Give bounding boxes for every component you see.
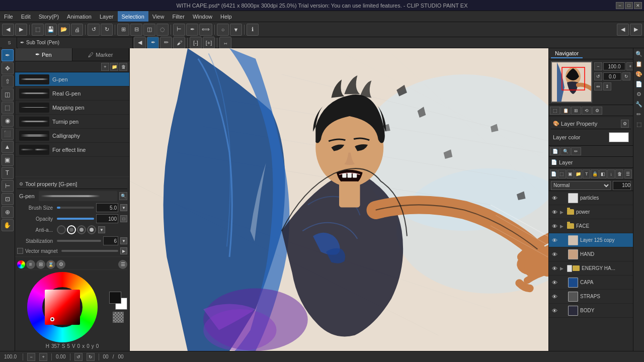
rotate-left-status[interactable]: ↺ xyxy=(74,353,83,361)
maximize-button[interactable]: □ xyxy=(625,2,633,9)
flip-v-btn[interactable]: ⇕ xyxy=(603,82,611,90)
brush-g-pen[interactable]: G-pen xyxy=(15,72,129,86)
layer-energy[interactable]: 👁 ▶ ENERGY HA... xyxy=(549,261,633,276)
layer-power[interactable]: 👁 ▶ power xyxy=(549,205,633,219)
brush-mapping-pen[interactable]: Mapping pen xyxy=(15,101,129,115)
selection-tool-btn[interactable]: ◫ xyxy=(143,24,155,36)
pen-mode-btn[interactable]: ✏ xyxy=(160,37,172,49)
right-btn-4[interactable]: 📄 xyxy=(634,79,643,88)
tool-auto-select[interactable]: ⬚ xyxy=(2,102,14,114)
visibility-power[interactable]: 👁 xyxy=(551,209,558,216)
color-wheel[interactable] xyxy=(27,272,98,342)
panel-nav-5[interactable]: ⚙ xyxy=(592,107,602,115)
close-button[interactable]: ✕ xyxy=(634,2,642,9)
layer-particles[interactable]: 👁 particles xyxy=(549,191,633,205)
lock-body[interactable] xyxy=(560,308,566,314)
dropdown-btn[interactable]: ▼ xyxy=(230,24,242,36)
delete-brush-button[interactable]: 🗑 xyxy=(119,63,127,71)
nav-preview[interactable] xyxy=(551,61,592,103)
lock-hand[interactable] xyxy=(560,251,566,257)
menu-story[interactable]: Story(P) xyxy=(35,11,63,22)
layer-125-copy[interactable]: 👁 Layer 125 copy xyxy=(549,233,633,247)
menu-view[interactable]: View xyxy=(148,11,169,22)
save-button[interactable]: 💾 xyxy=(45,24,57,36)
lock-transparent[interactable]: ◧ xyxy=(599,169,607,178)
visibility-body[interactable]: 👁 xyxy=(551,307,558,314)
expand-energy[interactable]: ▶ xyxy=(560,266,565,271)
panel-nav-3[interactable]: ⊞ xyxy=(571,107,581,115)
fg-color-swatch[interactable] xyxy=(109,292,121,304)
tool-eyedrop[interactable]: ◉ xyxy=(2,115,14,127)
lock-straps[interactable] xyxy=(560,294,566,300)
layer-panel-btn3[interactable]: ✏ xyxy=(571,147,581,155)
print-button[interactable]: 🖨 xyxy=(71,24,83,36)
flip-h-btn[interactable]: ⇔ xyxy=(594,82,602,90)
circle-btn[interactable]: ○ xyxy=(217,24,229,36)
aa-btn-strong[interactable] xyxy=(87,225,96,234)
vector-magnet-checkbox[interactable] xyxy=(17,248,23,254)
brush-real-g-pen[interactable]: Real G-pen xyxy=(15,86,129,101)
brush-turnip-pen[interactable]: Turnip pen xyxy=(15,115,129,129)
brush-tool-btn[interactable]: 🖌 xyxy=(173,37,185,49)
color-wheel-btn[interactable] xyxy=(17,260,25,268)
blend-mode-select[interactable]: Normal xyxy=(551,181,611,190)
tool-layer-move[interactable]: ⇧ xyxy=(2,75,14,87)
aa-btn-weak[interactable] xyxy=(67,225,76,234)
lock-capa[interactable] xyxy=(560,280,566,286)
right-btn-2[interactable]: 📋 xyxy=(634,59,643,68)
expand-power[interactable]: ▶ xyxy=(560,210,565,215)
visibility-energy[interactable]: 👁 xyxy=(551,265,558,272)
prev-btn[interactable]: ◀ xyxy=(134,37,146,49)
layer-options[interactable]: ☰ xyxy=(624,169,632,178)
color-sliders-btn[interactable]: ≡ xyxy=(26,260,35,269)
brush-size-slider[interactable] xyxy=(57,207,94,209)
right-btn-5[interactable]: ⚙ xyxy=(634,89,643,99)
lock-125-copy[interactable] xyxy=(560,237,566,243)
right-nav-right[interactable]: ▶ xyxy=(630,24,642,36)
open-button[interactable]: 📂 xyxy=(58,24,70,36)
zoom-out-status[interactable]: − xyxy=(27,353,35,361)
brush-calligraphy[interactable]: Calligraphy xyxy=(15,129,129,143)
new-layer-button[interactable]: ⬚ xyxy=(32,24,44,36)
minimize-button[interactable]: − xyxy=(616,2,624,9)
layer-property-settings[interactable]: ⚙ xyxy=(621,120,629,128)
color-panel-menu[interactable]: ☰ xyxy=(118,260,127,269)
tab-marker[interactable]: 🖊 Marker xyxy=(72,48,130,61)
folder-brush-button[interactable]: 📁 xyxy=(110,63,118,71)
color-selector-dot[interactable] xyxy=(50,317,54,321)
color-palette-btn[interactable]: ⊞ xyxy=(36,260,45,269)
right-btn-8[interactable]: ⬚ xyxy=(634,120,643,129)
brush-settings-btn[interactable]: 🔍 xyxy=(119,192,127,200)
visibility-125-copy[interactable]: 👁 xyxy=(551,237,558,244)
pen-pressure-btn[interactable]: ✒ xyxy=(186,24,198,36)
opacity-input[interactable] xyxy=(96,214,118,223)
visibility-particles[interactable]: 👁 xyxy=(551,195,558,202)
aa-btn-medium[interactable] xyxy=(77,225,86,234)
menu-selection[interactable]: Selection xyxy=(118,11,148,22)
nav-back-button[interactable]: ◀ xyxy=(2,24,14,36)
visibility-straps[interactable]: 👁 xyxy=(551,293,558,300)
layer-hand[interactable]: 👁 HAND xyxy=(549,247,633,261)
tool-text[interactable]: T xyxy=(2,167,14,179)
visibility-face[interactable]: 👁 xyxy=(551,223,558,230)
delete-layer[interactable]: 🗑 xyxy=(615,169,623,178)
zoom-out-btn[interactable]: − xyxy=(594,62,602,70)
opacity-slider[interactable] xyxy=(57,218,94,220)
right-nav-left[interactable]: ◀ xyxy=(617,24,629,36)
right-btn-6[interactable]: 🔧 xyxy=(634,100,643,109)
stabilization-dropdown[interactable]: ▼ xyxy=(120,237,127,244)
panel-nav-4[interactable]: ⟲ xyxy=(582,107,592,115)
transparent-color-btn[interactable] xyxy=(113,312,124,323)
lock-particles[interactable] xyxy=(560,195,566,201)
layer-body[interactable]: 👁 BODY xyxy=(549,304,633,318)
pen-selected-btn[interactable]: ✒ xyxy=(147,37,159,49)
info-btn[interactable]: ℹ xyxy=(247,24,259,36)
brush-effect-line[interactable]: For effect line xyxy=(15,143,129,157)
color-settings-btn[interactable]: ⚙ xyxy=(56,260,65,269)
tool-eraser[interactable]: ⬛ xyxy=(2,128,14,140)
layer-panel-btn1[interactable]: 📄 xyxy=(550,147,560,155)
stabilization-slider[interactable] xyxy=(57,240,101,242)
brush-size-down[interactable]: [-] xyxy=(190,37,202,49)
rotate-right-btn[interactable]: ↻ xyxy=(622,72,630,80)
color-history-btn[interactable]: ⌛ xyxy=(46,260,55,269)
